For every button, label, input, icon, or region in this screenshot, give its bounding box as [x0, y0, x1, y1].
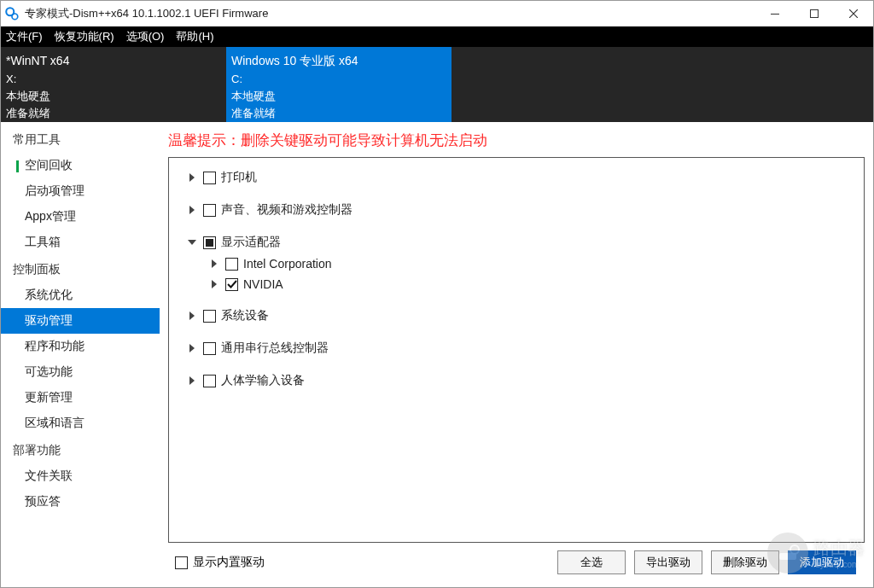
- svg-rect-2: [771, 14, 779, 15]
- sidebar-item-region[interactable]: 区域和语言: [1, 410, 160, 436]
- expand-icon[interactable]: [186, 375, 198, 387]
- main-row: 常用工具 空间回收 启动项管理 Appx管理 工具箱 控制面板 系统优化 驱动管…: [1, 122, 873, 587]
- expand-icon[interactable]: [186, 310, 198, 322]
- checkbox[interactable]: [203, 310, 216, 323]
- tree-node-nvidia[interactable]: NVIDIA: [181, 274, 852, 294]
- select-all-button[interactable]: 全选: [557, 550, 626, 574]
- window-controls: [755, 1, 873, 26]
- system-name: Windows 10 专业版 x64: [231, 52, 445, 71]
- sidebar-cat-deploy: 部署功能: [1, 436, 160, 463]
- sidebar-item-updates[interactable]: 更新管理: [1, 385, 160, 410]
- accent-bar: [16, 160, 19, 172]
- system-tabs-filler: [452, 47, 873, 122]
- warning-hint: 温馨提示：删除关键驱动可能导致计算机无法启动: [168, 129, 865, 157]
- sidebar-item-appx[interactable]: Appx管理: [1, 204, 160, 230]
- sidebar-item-driver-manage[interactable]: 驱动管理: [1, 308, 160, 334]
- system-disk: 本地硬盘: [231, 88, 445, 105]
- system-tab-win10[interactable]: Windows 10 专业版 x64 C: 本地硬盘 准备就绪: [226, 47, 452, 122]
- system-tabs: *WinNT x64 X: 本地硬盘 准备就绪 Windows 10 专业版 x…: [1, 47, 873, 122]
- tree-label: 打印机: [221, 170, 257, 185]
- menu-options[interactable]: 选项(O): [126, 29, 165, 44]
- collapse-icon[interactable]: [186, 236, 198, 248]
- show-builtin-option[interactable]: 显示内置驱动: [175, 555, 265, 570]
- system-disk: 本地硬盘: [6, 88, 219, 105]
- sidebar: 常用工具 空间回收 启动项管理 Appx管理 工具箱 控制面板 系统优化 驱动管…: [1, 122, 160, 587]
- system-tab-winnt[interactable]: *WinNT x64 X: 本地硬盘 准备就绪: [1, 47, 226, 122]
- tree-node-usb[interactable]: 通用串行总线控制器: [181, 337, 852, 359]
- content-area: 温馨提示：删除关键驱动可能导致计算机无法启动 打印机 声音、视频和游戏控制器 显…: [160, 122, 873, 587]
- sidebar-item-toolbox[interactable]: 工具箱: [1, 230, 160, 255]
- checkbox[interactable]: [203, 172, 216, 184]
- checkbox[interactable]: [203, 204, 216, 217]
- system-drive: C:: [231, 71, 445, 88]
- minimize-button[interactable]: [755, 1, 795, 26]
- checkbox-checked[interactable]: [225, 278, 238, 291]
- sidebar-cat-control-panel: 控制面板: [1, 255, 160, 282]
- tree-node-display[interactable]: 显示适配器: [181, 231, 852, 253]
- expand-icon[interactable]: [186, 172, 198, 183]
- checkbox[interactable]: [203, 375, 216, 387]
- expand-icon[interactable]: [186, 342, 198, 354]
- checkbox[interactable]: [175, 556, 188, 569]
- checkbox[interactable]: [203, 342, 216, 355]
- maximize-button[interactable]: [795, 1, 834, 26]
- expand-icon[interactable]: [208, 258, 220, 270]
- system-name: *WinNT x64: [6, 52, 219, 71]
- window-title: 专家模式-Dism++x64 10.1.1002.1 UEFI Firmware: [25, 6, 755, 21]
- sidebar-item-unattend[interactable]: 预应答: [1, 489, 160, 515]
- tree-node-intel[interactable]: Intel Corporation: [181, 253, 852, 274]
- tree-label: 系统设备: [221, 308, 269, 323]
- svg-point-1: [12, 14, 18, 20]
- checkbox-partial[interactable]: [203, 236, 216, 249]
- tree-node-printers[interactable]: 打印机: [181, 166, 852, 189]
- tree-node-hid[interactable]: 人体学输入设备: [181, 370, 852, 392]
- tree-label: 声音、视频和游戏控制器: [221, 202, 353, 218]
- close-button[interactable]: [834, 1, 873, 26]
- menu-file[interactable]: 文件(F): [6, 29, 43, 44]
- sidebar-item-system-optimize[interactable]: 系统优化: [1, 282, 160, 308]
- footer-buttons: 全选 导出驱动 删除驱动 添加驱动: [557, 550, 859, 574]
- tree-label: 人体学输入设备: [221, 373, 305, 388]
- sidebar-item-space-cleanup[interactable]: 空间回收: [1, 153, 160, 178]
- menu-help[interactable]: 帮助(H): [176, 29, 213, 44]
- menu-bar: 文件(F) 恢复功能(R) 选项(O) 帮助(H): [1, 26, 873, 47]
- export-driver-button[interactable]: 导出驱动: [634, 550, 702, 574]
- sidebar-item-startup[interactable]: 启动项管理: [1, 178, 160, 204]
- sidebar-item-optional[interactable]: 可选功能: [1, 359, 160, 385]
- system-status: 准备就绪: [6, 105, 219, 122]
- delete-driver-button[interactable]: 删除驱动: [711, 550, 779, 574]
- footer-bar: 显示内置驱动 全选 导出驱动 删除驱动 添加驱动: [168, 543, 865, 582]
- app-icon: [4, 6, 20, 21]
- system-drive: X:: [6, 71, 219, 88]
- tree-node-system-devices[interactable]: 系统设备: [181, 305, 852, 327]
- tree-label: NVIDIA: [243, 277, 283, 291]
- svg-rect-3: [811, 10, 819, 18]
- driver-tree: 打印机 声音、视频和游戏控制器 显示适配器 Intel Corporation: [168, 157, 865, 543]
- tree-node-sound[interactable]: 声音、视频和游戏控制器: [181, 199, 852, 221]
- system-status: 准备就绪: [231, 105, 445, 122]
- tree-label: Intel Corporation: [243, 257, 332, 271]
- sidebar-item-file-assoc[interactable]: 文件关联: [1, 463, 160, 489]
- show-builtin-label: 显示内置驱动: [193, 555, 265, 570]
- tree-label: 通用串行总线控制器: [221, 341, 329, 356]
- sidebar-item-programs[interactable]: 程序和功能: [1, 334, 160, 359]
- checkbox[interactable]: [225, 258, 238, 271]
- expand-icon[interactable]: [186, 204, 198, 216]
- title-bar: 专家模式-Dism++x64 10.1.1002.1 UEFI Firmware: [1, 1, 873, 26]
- add-driver-button[interactable]: 添加驱动: [788, 550, 856, 574]
- sidebar-cat-common: 常用工具: [1, 125, 160, 153]
- expand-icon[interactable]: [208, 278, 220, 290]
- tree-label: 显示适配器: [221, 235, 281, 250]
- menu-restore[interactable]: 恢复功能(R): [55, 29, 114, 44]
